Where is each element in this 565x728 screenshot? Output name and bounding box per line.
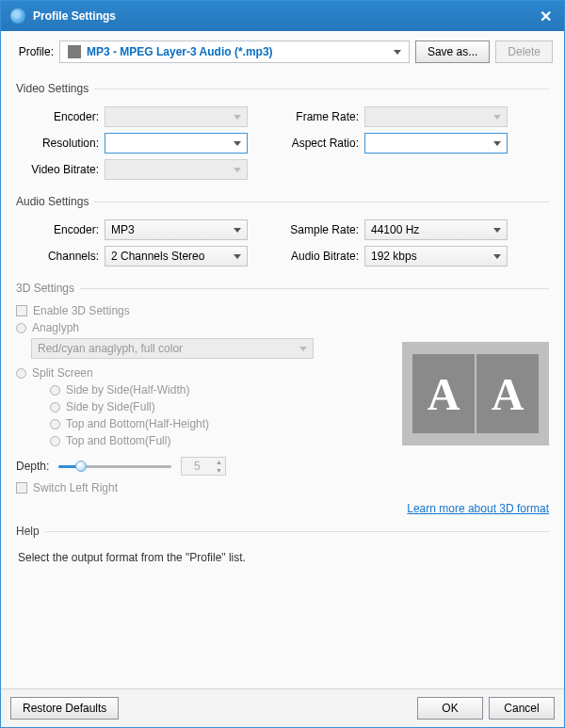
sample-rate-label: Sample Rate: [276,223,364,236]
learn-more-link[interactable]: Learn more about 3D format [407,502,549,515]
split-screen-label: Split Screen [32,366,93,380]
audio-bitrate-select[interactable]: 192 kbps [364,246,508,267]
chevron-down-icon [493,228,501,233]
video-bitrate-select [105,159,248,180]
slider-thumb-icon[interactable] [75,461,87,472]
anaglyph-mode-select: Red/cyan anaglyph, full color [31,338,314,359]
switch-lr-label: Switch Left Right [33,481,118,494]
sbs-full-radio [50,402,60,413]
audio-settings-legend: Audio Settings [16,195,94,208]
switch-lr-checkbox [16,482,27,493]
footer: Restore Defaults OK Cancel [1,688,564,727]
restore-defaults-button[interactable]: Restore Defaults [10,697,119,720]
three-d-settings-group: 3D Settings Enable 3D Settings Anaglyph … [16,282,549,515]
profile-select[interactable]: MP3 - MPEG Layer-3 Audio (*.mp3) [59,40,410,63]
profile-value: MP3 - MPEG Layer-3 Audio (*.mp3) [87,45,273,58]
app-icon [10,8,25,24]
delete-button: Delete [495,40,553,63]
depth-label: Depth: [16,460,49,473]
video-settings-legend: Video Settings [16,82,94,95]
channels-select[interactable]: 2 Channels Stereo [105,246,248,267]
chevron-down-icon [493,254,501,259]
chevron-down-icon [234,141,241,146]
channels-label: Channels: [16,250,105,263]
help-text: Select the output format from the "Profi… [18,551,547,564]
video-encoder-label: Encoder: [16,110,105,123]
profile-bar: Profile: MP3 - MPEG Layer-3 Audio (*.mp3… [1,31,564,73]
save-as-button[interactable]: Save as... [415,40,490,63]
help-legend: Help [16,525,45,538]
profile-label: Profile: [12,45,54,58]
depth-spinner: 5 ▲▼ [181,457,226,476]
chevron-down-icon [234,168,241,172]
enable-3d-label: Enable 3D Settings [33,304,130,317]
format-icon [68,45,81,58]
spin-down-icon: ▼ [212,466,225,475]
tb-half-radio [50,419,60,429]
preview-left: A [412,354,475,433]
aspect-ratio-select[interactable] [364,133,508,154]
window-title: Profile Settings [33,9,116,23]
sbs-half-label: Side by Side(Half-Width) [66,383,189,396]
aspect-ratio-label: Aspect Ratio: [276,137,364,150]
chevron-down-icon [234,115,241,120]
video-settings-group: Video Settings Encoder: Frame Rate: Reso… [16,82,549,186]
chevron-down-icon [493,115,501,120]
frame-rate-select [364,106,508,127]
video-encoder-select [105,106,248,127]
help-group: Help Select the output format from the "… [16,525,549,564]
chevron-down-icon [234,228,241,233]
three-d-preview: A A [402,342,549,445]
split-screen-radio [16,368,26,379]
sbs-full-label: Side by Side(Full) [66,400,155,413]
tb-full-radio [50,436,60,446]
resolution-select[interactable] [105,133,248,154]
audio-encoder-select[interactable]: MP3 [105,219,248,240]
spin-up-icon: ▲ [212,458,225,466]
ok-button[interactable]: OK [417,697,483,720]
close-icon[interactable]: ✕ [536,8,555,25]
cancel-button[interactable]: Cancel [489,697,555,720]
audio-settings-group: Audio Settings Encoder: MP3 Sample Rate:… [16,195,549,272]
profile-settings-window: Profile Settings ✕ Profile: MP3 - MPEG L… [0,0,565,728]
sample-rate-select[interactable]: 44100 Hz [364,219,508,240]
enable-3d-checkbox [16,305,27,316]
chevron-down-icon [299,347,307,351]
audio-bitrate-label: Audio Bitrate: [276,250,364,263]
anaglyph-radio [16,323,26,333]
tb-full-label: Top and Bottom(Full) [66,434,170,447]
chevron-down-icon [234,254,241,259]
chevron-down-icon [394,50,401,55]
frame-rate-label: Frame Rate: [276,110,364,123]
titlebar: Profile Settings ✕ [1,1,564,31]
anaglyph-label: Anaglyph [32,321,79,334]
resolution-label: Resolution: [16,137,105,150]
video-bitrate-label: Video Bitrate: [16,163,105,176]
sbs-half-radio [50,385,60,396]
content: Video Settings Encoder: Frame Rate: Reso… [1,73,564,688]
audio-encoder-label: Encoder: [16,223,105,236]
preview-right: A [476,354,539,433]
tb-half-label: Top and Bottom(Half-Height) [66,417,209,430]
chevron-down-icon [493,141,501,146]
depth-slider[interactable] [58,460,171,473]
three-d-settings-legend: 3D Settings [16,282,80,295]
